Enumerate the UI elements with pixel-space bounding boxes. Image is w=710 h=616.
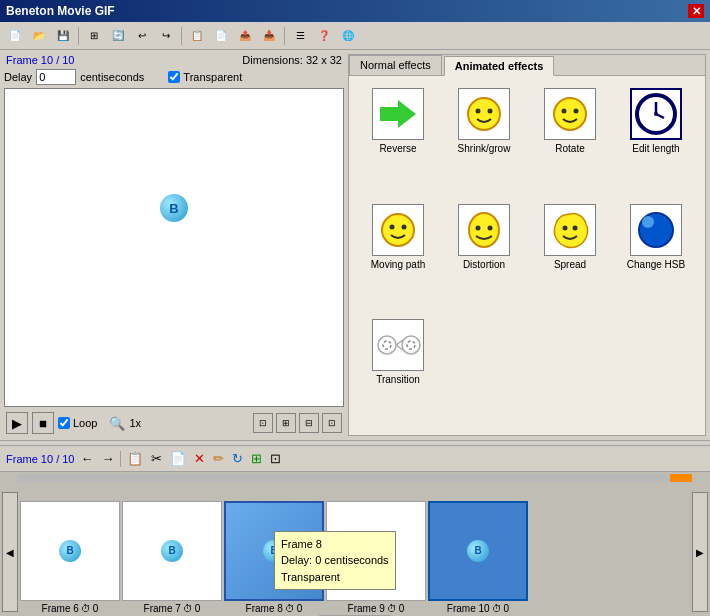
delay-input[interactable] [36,69,76,85]
effect-shrink-icon [458,88,510,140]
strip-paste-icon[interactable]: 📄 [168,450,188,467]
reload-button[interactable]: 🔄 [107,25,129,47]
transparent-check[interactable]: Transparent [168,71,242,83]
svg-point-1 [476,109,481,114]
strip-cut-icon[interactable]: ✂ [149,450,164,467]
effect-edit-length[interactable]: Edit length [615,84,697,196]
window-title: Beneton Movie GIF [6,4,115,18]
stop-button[interactable]: ■ [32,412,54,434]
loop-checkbox[interactable] [58,417,70,429]
effect-reverse[interactable]: Reverse [357,84,439,196]
svg-point-20 [378,336,396,354]
web-button[interactable]: 🌐 [337,25,359,47]
frame-8-thumb[interactable]: B Frame 8 ⏱ 0 Frame 8 Delay: 0 centiseco… [224,501,324,614]
import-button[interactable]: 📥 [258,25,280,47]
loop-check[interactable]: Loop [58,417,97,429]
frame-7-delay: 0 [195,603,201,614]
effect-hsb-icon [630,204,682,256]
strip-move-icon[interactable]: ⊞ [249,450,264,467]
zoom-icon: 🔍 [109,416,125,431]
loop-label: Loop [73,417,97,429]
svg-point-24 [402,336,420,354]
frame-10-thumb[interactable]: B Frame 10 ⏱ 0 [428,501,528,614]
frame-strip-container: ◀ B Frame 6 ⏱ 0 B Frame 7 [0,472,710,616]
frame-10-delay: 0 [504,603,510,614]
frame-10-inner: B [428,501,528,601]
canvas-area: B [4,88,344,407]
strip-pencil-icon[interactable]: ✏ [211,450,226,467]
frame-9-delay: 0 [399,603,405,614]
effect-transition-icon [372,319,424,371]
tab-normal-effects[interactable]: Normal effects [349,55,442,75]
frame-8-delay: 0 [297,603,303,614]
reverse-arrow-shape [380,100,416,128]
save-button[interactable]: 💾 [52,25,74,47]
export-button[interactable]: 📤 [234,25,256,47]
help-button[interactable]: ❓ [313,25,335,47]
strip-replace-icon[interactable]: ↻ [230,450,245,467]
frame-crop-icon[interactable]: ⊟ [299,413,319,433]
strip-scrollbar[interactable] [18,474,692,482]
delay-label: Delay [4,71,32,83]
effect-moving-path[interactable]: Moving path [357,200,439,312]
undo-button[interactable]: ↩ [131,25,153,47]
svg-point-10 [382,214,414,246]
close-button[interactable]: ✕ [688,4,704,18]
svg-point-0 [468,98,500,130]
play-button[interactable]: ▶ [6,412,28,434]
strip-scroll-left-btn[interactable]: ◀ [2,492,18,612]
effect-spread[interactable]: Spread [529,200,611,312]
new-button[interactable]: 📄 [4,25,26,47]
tooltip-delay: Delay: 0 centiseconds [281,552,389,569]
transparent-label: Transparent [183,71,242,83]
strip-delete-icon[interactable]: ✕ [192,450,207,467]
transition-svg [375,325,421,365]
grid-button[interactable]: ⊞ [83,25,105,47]
effect-transition-label: Transition [376,374,420,385]
svg-point-4 [562,109,567,114]
strip-sep1 [120,451,121,467]
strip-arrow-left-icon[interactable]: ← [78,450,95,467]
strip-scroll-right-btn[interactable]: ▶ [692,492,708,612]
rotate-svg [549,93,591,135]
svg-point-15 [488,225,493,230]
shrink-grow-svg [463,93,505,135]
frame-7-inner: B [122,501,222,601]
frame-resize-icon[interactable]: ⊞ [276,413,296,433]
strip-options-icon[interactable]: ⊡ [268,450,283,467]
effect-rotate-label: Rotate [555,143,584,154]
frame-7-text: Frame 7 [144,603,181,614]
effect-reverse-icon [372,88,424,140]
sep1 [78,27,79,45]
effect-moving-label: Moving path [371,259,425,270]
frame-6-label: Frame 6 ⏱ 0 [42,603,99,614]
frame-6-thumb[interactable]: B Frame 6 ⏱ 0 [20,501,120,614]
frame-9-delay-icon: ⏱ [387,603,397,614]
effect-distortion[interactable]: Distortion [443,200,525,312]
open-button[interactable]: 📂 [28,25,50,47]
copy-button[interactable]: 📋 [186,25,208,47]
frame-strip-header: Frame 10 / 10 ← → 📋 ✂ 📄 ✕ ✏ ↻ ⊞ ⊡ [0,446,710,472]
frame-option-icon[interactable]: ⊡ [322,413,342,433]
transparent-checkbox[interactable] [168,71,180,83]
frame-10-text: Frame 10 [447,603,490,614]
effect-transition[interactable]: Transition [357,315,439,427]
toolbar: 📄 📂 💾 ⊞ 🔄 ↩ ↪ 📋 📄 📤 📥 ☰ ❓ 🌐 [0,22,710,50]
frame-7-ball: B [161,540,183,562]
effect-rotate[interactable]: Rotate [529,84,611,196]
list-button[interactable]: ☰ [289,25,311,47]
effect-shrink-grow[interactable]: Shrink/grow [443,84,525,196]
effects-grid: Reverse Shrink/grow [349,76,705,435]
redo-button[interactable]: ↪ [155,25,177,47]
effect-change-hsb[interactable]: Change HSB [615,200,697,312]
strip-arrow-right-icon[interactable]: → [99,450,116,467]
svg-point-16 [563,225,568,230]
tab-animated-effects[interactable]: Animated effects [444,56,555,76]
frame-prev-icon[interactable]: ⊡ [253,413,273,433]
frame-10-ball-letter: B [474,545,481,556]
moving-svg [377,209,419,251]
playback-bar: ▶ ■ Loop 🔍 1x ⊡ ⊞ ⊟ ⊡ [4,410,344,436]
strip-copy-icon[interactable]: 📋 [125,450,145,467]
frame-7-thumb[interactable]: B Frame 7 ⏱ 0 [122,501,222,614]
paste-button[interactable]: 📄 [210,25,232,47]
